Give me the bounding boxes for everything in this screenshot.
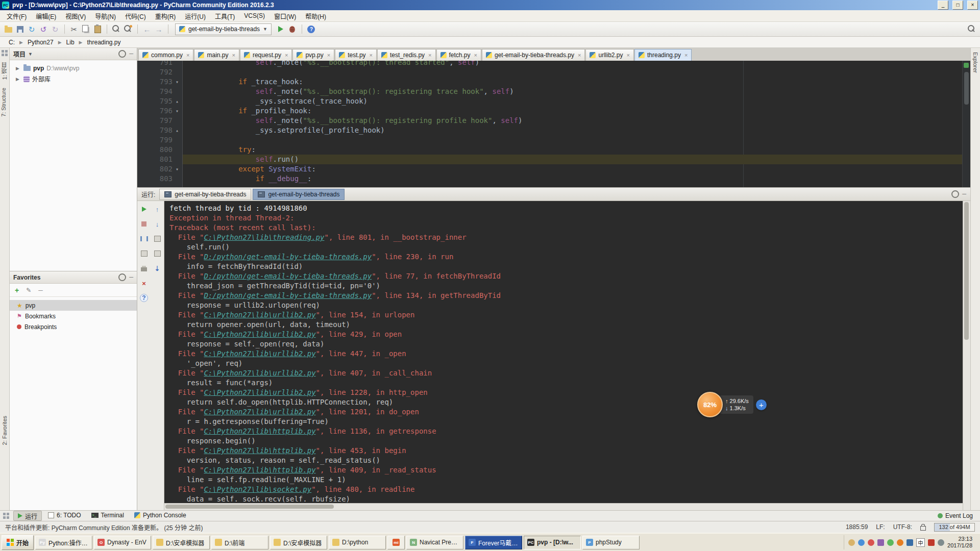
memory-percent-ball[interactable]: 82% (697, 392, 723, 417)
favorites-item[interactable]: ★pvp (10, 300, 137, 311)
favorites-item[interactable]: Breakpoints (10, 321, 137, 332)
tool-window-button-terminal[interactable]: >_Terminal (87, 511, 128, 520)
task-button[interactable]: ODynasty - EnV (94, 536, 151, 549)
replace-icon[interactable] (123, 24, 133, 34)
task-button[interactable]: PphpStudy (582, 536, 640, 549)
stop-icon[interactable] (139, 219, 149, 229)
open-icon[interactable] (3, 24, 13, 34)
gear-icon[interactable] (951, 190, 959, 198)
scrollbar-thumb[interactable] (964, 202, 969, 340)
close-tab-icon[interactable]: × (327, 52, 330, 58)
editor-tab[interactable]: get-email-by-tieba-threads.py× (482, 49, 585, 61)
tray-icon[interactable] (938, 539, 944, 546)
file-link[interactable]: C:\Python27\lib\urllib2.py (204, 349, 315, 358)
encoding-indicator[interactable]: UTF-8: (893, 523, 912, 531)
menu-item[interactable]: 帮助(H) (301, 10, 331, 22)
line-separator-indicator[interactable]: LF: (876, 523, 885, 531)
file-link[interactable]: D:/python/get-email-by-tieba-threads.py (204, 272, 372, 280)
menu-item[interactable]: 导航(N) (90, 10, 120, 22)
down-stack-trace-icon[interactable]: ↓ (152, 219, 162, 229)
task-button[interactable]: mi (387, 536, 405, 549)
caret-position[interactable]: 1885:59 (846, 523, 868, 531)
menu-item[interactable]: VCS(S) (239, 11, 270, 21)
file-link[interactable]: C:\Python27\lib\urllib2.py (204, 369, 315, 377)
maximize-button[interactable]: □ (952, 1, 963, 10)
scroll-to-end-icon[interactable]: ⇣ (152, 263, 162, 273)
add-button[interactable]: + (756, 399, 767, 410)
code-line[interactable]: _sys.settrace(_trace_hook) (187, 96, 962, 106)
hide-panel-icon[interactable]: ─ (129, 274, 133, 280)
breadcrumb-item[interactable]: threading.py (84, 38, 125, 47)
code-line[interactable]: self.run() (183, 155, 962, 164)
tool-window-button-run[interactable]: 运行 (13, 511, 42, 521)
editor-tab[interactable]: main.py× (194, 49, 239, 61)
close-tab-icon[interactable]: × (684, 52, 688, 58)
gear-icon[interactable] (118, 50, 126, 58)
help-icon[interactable]: ? (139, 293, 149, 303)
file-link[interactable]: C:\Python27\lib\httplib.py (204, 427, 315, 435)
file-link[interactable]: C:\Python27\lib\urllib2.py (204, 330, 315, 338)
minimize-button[interactable]: _ (938, 1, 948, 10)
paste-icon[interactable] (92, 24, 103, 34)
file-link[interactable]: C:\Python27\lib\httplib.py (204, 466, 315, 474)
code-line[interactable] (187, 67, 962, 77)
fold-marker-icon[interactable]: ▴ (174, 96, 180, 106)
redo-icon[interactable]: ↻ (50, 24, 60, 34)
menu-item[interactable]: 代码(C) (120, 10, 151, 22)
memory-indicator[interactable]: 132 of 494M (934, 523, 975, 532)
tool-window-button-python[interactable]: Python Console (130, 511, 190, 520)
editor-tab[interactable]: urllib2.py× (585, 49, 633, 61)
print-icon[interactable] (139, 263, 149, 273)
editor-tab[interactable]: threading.py× (634, 49, 692, 61)
file-link[interactable]: C:\Python27\lib\urllib2.py (204, 388, 315, 396)
file-link[interactable]: C:\Python27\lib\socket.py (204, 485, 311, 493)
clear-console-icon[interactable]: × (139, 278, 149, 288)
fold-marker-icon[interactable]: ▾ (174, 77, 180, 87)
file-link[interactable]: C:\Python27\lib\urllib2.py (204, 408, 315, 416)
tool-window-button-todo[interactable]: 6: TODO (44, 511, 85, 520)
back-icon[interactable]: ← (142, 24, 152, 34)
lock-icon[interactable] (920, 526, 926, 531)
code-line[interactable]: if __debug__: (187, 174, 962, 184)
task-button[interactable]: PCpvp - [D:\w... (524, 536, 581, 549)
breadcrumb-item[interactable]: Lib (63, 38, 78, 47)
remove-favorite-icon[interactable]: ─ (38, 287, 43, 294)
tool-window-switcher-icon[interactable] (3, 513, 9, 519)
editor-tab[interactable]: request.py× (240, 49, 292, 61)
close-tab-icon[interactable]: × (428, 52, 431, 58)
pin-tab-icon[interactable] (152, 248, 162, 259)
task-button[interactable]: D:\安卓模拟器 (270, 536, 327, 549)
chevron-down-icon[interactable]: ▼ (28, 52, 33, 57)
rerun-icon[interactable] (139, 204, 149, 214)
task-button[interactable]: FForever马戴等... (465, 536, 522, 549)
gear-icon[interactable] (118, 273, 126, 281)
forward-icon[interactable]: → (154, 24, 164, 34)
tray-icon[interactable] (848, 539, 855, 546)
menu-item[interactable]: 文件(F) (2, 10, 31, 22)
tray-icon[interactable] (897, 539, 903, 546)
tray-icon[interactable] (877, 539, 884, 546)
code-line[interactable]: self._note("%s.__bootstrap(): thread sta… (187, 61, 962, 67)
file-link[interactable]: C:\Python27\lib\urllib2.py (204, 311, 315, 319)
network-speed-widget[interactable]: 82% ↑ 29.6K/s ↓ 1.3K/s + (697, 392, 767, 417)
editor-tab[interactable]: test_redis.py× (377, 49, 435, 61)
run-icon[interactable] (276, 24, 286, 34)
project-root-row[interactable]: ▶ pvp D:\www\pvp (10, 63, 137, 73)
breadcrumb-item[interactable]: Python27 (24, 38, 57, 47)
debug-icon[interactable] (287, 24, 298, 34)
up-stack-trace-icon[interactable]: ↑ (152, 204, 162, 214)
tray-icon[interactable] (858, 539, 865, 546)
close-tab-icon[interactable]: × (474, 52, 477, 58)
tray-icon[interactable] (906, 539, 913, 546)
run-configuration-select[interactable]: get-email-by-tieba-threads ▼ (175, 23, 272, 35)
tool-window-switcher-icon[interactable] (2, 50, 8, 56)
taskbar-clock[interactable]: 23:13 2017/1/28 (947, 536, 974, 549)
task-button[interactable]: D:\安卓模拟器 (153, 536, 210, 549)
start-button[interactable]: 开始 (2, 535, 34, 550)
menu-item[interactable]: 工具(T) (210, 10, 239, 22)
external-libraries-row[interactable]: ▶ 外部库 (10, 73, 137, 84)
breadcrumb-item[interactable]: C: (5, 38, 18, 47)
editor-scrollbar[interactable] (962, 61, 970, 187)
menu-item[interactable]: 编辑(E) (31, 10, 61, 22)
task-button[interactable]: PyPython:操作d... (35, 536, 92, 549)
